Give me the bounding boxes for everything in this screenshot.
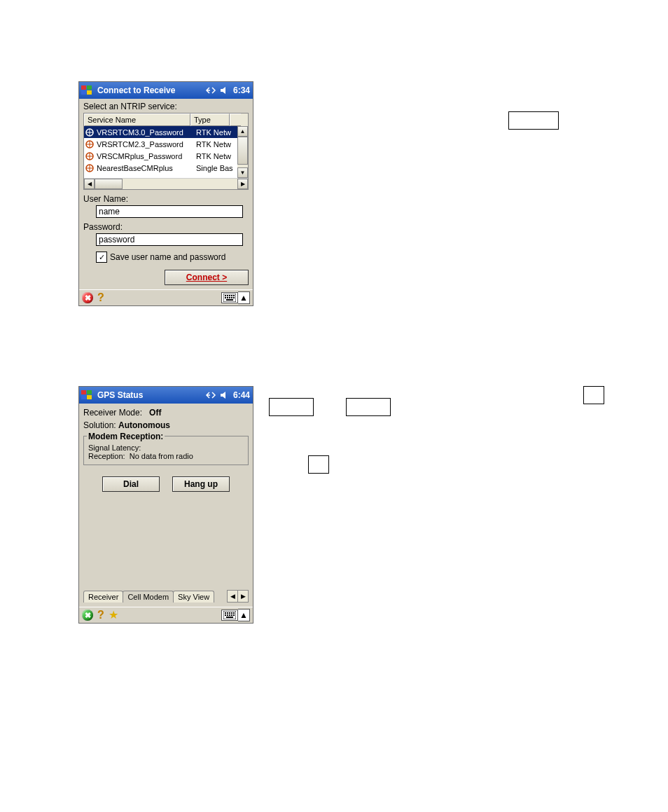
doc-annotation-box [583,386,604,404]
doc-annotation-box [269,398,314,416]
svg-rect-19 [226,299,233,301]
svg-rect-2 [81,90,86,95]
scroll-left-icon[interactable]: ◀ [84,179,95,189]
svg-rect-20 [81,390,86,394]
sip-arrow-up-icon[interactable]: ▲ [238,291,250,304]
username-input[interactable] [96,205,243,218]
scroll-up-icon[interactable]: ▲ [237,126,248,137]
connectivity-icon[interactable] [205,85,216,95]
service-name: VRSRTCM2.3_Password [95,140,192,149]
help-icon[interactable]: ? [97,292,104,303]
column-header-service-name[interactable]: Service Name [84,113,190,126]
service-type: RTK Netw [192,128,231,137]
svg-rect-22 [81,395,86,399]
service-name: VRSCMRplus_Password [95,152,192,160]
doc-annotation-box [508,111,559,130]
list-item[interactable]: VRSRTCM2.3_PasswordRTK Netw [84,138,237,150]
tab-scroll-left-icon[interactable]: ◀ [227,590,238,603]
service-icon [84,152,95,160]
svg-rect-32 [229,614,230,616]
svg-rect-21 [87,390,92,394]
tab-sky-view[interactable]: Sky View [173,591,214,603]
tab-bar: ReceiverCell ModemSky View ◀ ▶ [83,506,249,603]
close-icon[interactable]: ✖ [82,292,93,303]
modem-reception-legend: Modem Reception: [87,432,165,441]
svg-rect-35 [226,617,233,618]
favorite-icon[interactable]: ★ [109,610,118,621]
tab-scroll-right-icon[interactable]: ▶ [237,590,249,603]
dial-button[interactable]: Dial [102,476,160,492]
svg-rect-28 [231,612,232,614]
svg-rect-11 [229,295,230,296]
volume-icon[interactable] [219,85,229,95]
svg-rect-13 [233,295,235,296]
hangup-button[interactable]: Hang up [172,476,230,492]
windows-flag-icon [81,84,93,97]
connect-button[interactable]: Connect > [165,270,249,285]
connectivity-icon[interactable] [205,390,216,400]
list-item[interactable]: NearestBaseCMRplusSingle Bas [84,162,237,174]
bottom-toolbar: ✖ ? ★ ▲ [79,607,253,623]
svg-rect-12 [231,295,232,296]
doc-annotation-box [346,398,391,416]
service-type: Single Bas [192,164,233,172]
scroll-thumb[interactable] [237,137,248,165]
column-header-spacer [230,113,241,126]
save-credentials-checkbox[interactable]: ✓ [96,252,107,263]
windows-flag-icon [81,389,93,401]
ntrip-service-list[interactable]: Service Name Type VRSRTCM3.0_PasswordRTK… [83,113,249,190]
modem-reception-fieldset: Modem Reception: Signal Latency: Recepti… [83,436,249,465]
clock-time[interactable]: 6:34 [233,85,250,95]
column-header-type[interactable]: Type [190,113,230,126]
svg-rect-25 [225,612,226,614]
keyboard-icon[interactable] [221,610,238,621]
scroll-right-icon[interactable]: ▶ [237,179,248,189]
svg-rect-16 [229,297,230,298]
svg-rect-10 [227,295,228,296]
window-title: GPS Status [96,390,205,400]
svg-rect-15 [227,297,228,298]
help-icon[interactable]: ? [97,610,104,621]
svg-rect-31 [227,614,228,616]
svg-rect-29 [233,612,235,614]
svg-rect-3 [87,90,92,95]
svg-rect-26 [227,612,228,614]
receiver-mode-label: Receiver Mode: [83,408,142,418]
reception-value: No data from radio [130,452,193,460]
service-icon [84,164,95,172]
close-icon[interactable]: ✖ [82,610,93,621]
svg-rect-14 [225,297,226,298]
tab-cell-modem[interactable]: Cell Modem [123,591,174,603]
scroll-down-icon[interactable]: ▼ [237,167,248,178]
svg-rect-33 [231,614,232,616]
list-header: Service Name Type [84,113,248,126]
password-label: Password: [83,222,123,232]
save-credentials-label: Save user name and password [110,252,225,262]
list-item[interactable]: VRSRTCM3.0_PasswordRTK Netw [84,126,237,138]
svg-rect-34 [233,614,235,616]
svg-rect-17 [231,297,232,298]
solution-value: Autonomous [118,420,170,430]
svg-rect-18 [233,297,235,298]
vertical-scrollbar[interactable]: ▲ ▼ [237,126,248,178]
window-title: Connect to Receive [96,85,205,95]
clock-time[interactable]: 6:44 [233,390,250,400]
list-item[interactable]: VRSCMRplus_PasswordRTK Netw [84,150,237,162]
reception-label: Reception: [88,452,125,460]
sip-arrow-up-icon[interactable]: ▲ [238,609,250,621]
volume-icon[interactable] [219,390,229,400]
horizontal-scrollbar[interactable]: ◀ ▶ [84,178,248,189]
tab-receiver[interactable]: Receiver [83,591,123,603]
service-name: VRSRTCM3.0_Password [95,128,192,137]
svg-rect-27 [229,612,230,614]
doc-annotation-box [308,455,329,474]
title-bar: GPS Status 6:44 [79,387,253,404]
svg-rect-30 [225,614,226,616]
service-type: RTK Netw [192,140,231,149]
keyboard-icon[interactable] [221,292,238,303]
scroll-thumb[interactable] [95,179,123,189]
password-input[interactable] [96,233,243,246]
service-icon [84,140,95,149]
bottom-toolbar: ✖ ? ▲ [79,289,253,305]
username-label: User Name: [83,194,128,204]
